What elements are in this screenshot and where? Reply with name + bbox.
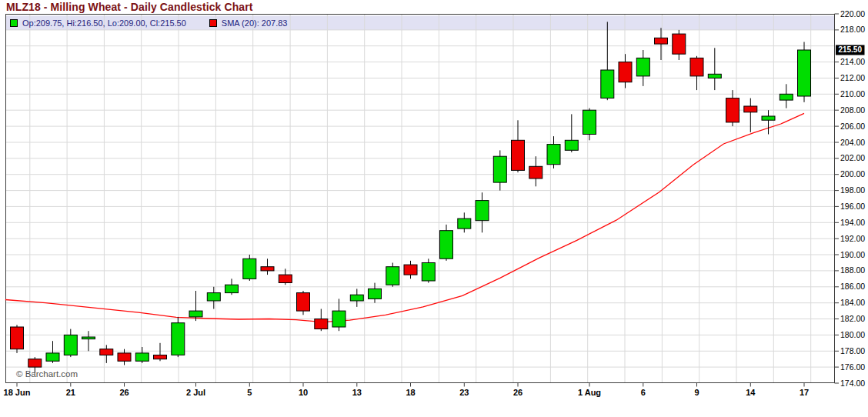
- candle-up: [440, 225, 453, 261]
- candle-up: [422, 259, 435, 282]
- candle-up: [369, 283, 382, 303]
- candle-down: [118, 349, 131, 365]
- plot-border: [6, 15, 835, 383]
- x-axis-label: 13: [352, 388, 362, 397]
- candle-up: [350, 289, 363, 307]
- y-axis-label: 192.00: [840, 234, 865, 243]
- candle-up: [82, 331, 95, 351]
- candle-down: [154, 343, 167, 362]
- x-axis-label: 18: [406, 388, 415, 397]
- sma-line: [5, 113, 804, 322]
- candle-down: [315, 309, 328, 332]
- candle-down: [529, 156, 542, 186]
- y-axis-label: 208.00: [840, 105, 865, 115]
- y-axis-label: 212.00: [840, 73, 865, 82]
- candle-up: [565, 114, 578, 152]
- candle-up: [708, 48, 721, 90]
- candle-up: [458, 212, 471, 232]
- x-axis-label: 1 Aug: [578, 388, 601, 397]
- y-axis-label: 204.00: [840, 138, 865, 147]
- candle-up: [332, 299, 346, 331]
- y-axis-label: 220.00: [840, 9, 865, 18]
- y-axis-label: 198.00: [840, 185, 865, 195]
- legend-bar: Op:209.75, Hi:216.50, Lo:209.00, Cl:215.…: [6, 16, 834, 30]
- y-axis-label: 186.00: [840, 282, 865, 291]
- x-axis-label: 26: [513, 388, 522, 397]
- candle-up: [172, 317, 185, 357]
- y-axis-label: 218.00: [840, 25, 865, 34]
- candle-down: [726, 90, 739, 126]
- candle-down: [100, 345, 113, 363]
- y-axis-label: 184.00: [840, 298, 865, 307]
- candle-down: [744, 98, 757, 132]
- x-axis-label: 17: [800, 388, 809, 397]
- last-price-tag: 215.50: [836, 45, 865, 55]
- candle-down: [297, 291, 310, 315]
- sma-legend-label: SMA (20): 207.83: [222, 18, 288, 28]
- y-axis-label: 178.00: [840, 346, 865, 355]
- candle-up: [493, 150, 506, 190]
- y-axis-label: 174.00: [840, 379, 865, 388]
- candle-up: [780, 84, 793, 108]
- chart-window: 220.00218.00214.00212.00210.00208.00206.…: [0, 0, 868, 417]
- candle-up: [64, 329, 77, 358]
- x-axis-label: 14: [746, 388, 756, 397]
- y-axis-label: 202.00: [840, 153, 865, 162]
- candle-up: [207, 287, 220, 309]
- y-axis-label: 176.00: [840, 362, 865, 372]
- candle-up: [636, 50, 649, 86]
- candle-up: [243, 255, 256, 281]
- y-axis-label: 182.00: [840, 314, 865, 323]
- x-axis-label: 21: [66, 388, 75, 397]
- ohlc-legend-label: Op:209.75, Hi:216.50, Lo:209.00, Cl:215.…: [22, 18, 186, 28]
- x-axis-label: 5: [247, 388, 252, 397]
- candle-up: [583, 108, 596, 141]
- y-axis-label: 180.00: [840, 330, 865, 339]
- sma-legend-swatch-icon: [209, 19, 217, 27]
- candle-up: [135, 347, 149, 363]
- x-axis-label: 23: [459, 388, 469, 397]
- x-axis-label: 10: [299, 388, 308, 397]
- y-axis-label: 200.00: [840, 169, 865, 178]
- candle-up: [476, 192, 489, 232]
- svg-text:215.50: 215.50: [838, 45, 862, 54]
- candle-up: [798, 42, 811, 102]
- x-axis-label: 18 Jun: [4, 388, 31, 397]
- candle-up: [189, 291, 202, 321]
- candlestick-chart: 220.00218.00214.00212.00210.00208.00206.…: [0, 0, 868, 417]
- candle-down: [690, 56, 703, 90]
- x-axis-label: 2 Jul: [186, 388, 205, 397]
- ohlc-legend-swatch-icon: [10, 19, 18, 27]
- candle-up: [46, 341, 59, 363]
- x-axis-label: 26: [119, 388, 129, 397]
- page-title: MLZ18 - Milling Wheat - Daily Candlestic…: [6, 1, 253, 13]
- candle-up: [225, 279, 239, 295]
- x-axis-label: 6: [641, 388, 646, 397]
- x-axis-label: 9: [694, 388, 699, 397]
- candle-down: [11, 325, 24, 353]
- y-axis-label: 210.00: [840, 89, 865, 98]
- candle-down: [404, 261, 417, 279]
- candle-down: [261, 259, 274, 275]
- barchart-watermark: © Barchart.com: [16, 369, 78, 379]
- y-axis-label: 188.00: [840, 265, 865, 275]
- y-axis-label: 194.00: [840, 218, 865, 227]
- y-axis-label: 190.00: [840, 250, 865, 259]
- candle-down: [655, 28, 668, 60]
- y-axis-label: 206.00: [840, 122, 865, 131]
- candle-up: [386, 263, 399, 287]
- candle-down: [619, 54, 632, 88]
- candle-up: [762, 110, 775, 134]
- candle-up: [601, 22, 614, 100]
- candle-up: [547, 136, 560, 168]
- y-axis-label: 196.00: [840, 202, 865, 211]
- candle-down: [673, 30, 686, 60]
- y-axis-label: 214.00: [840, 57, 865, 66]
